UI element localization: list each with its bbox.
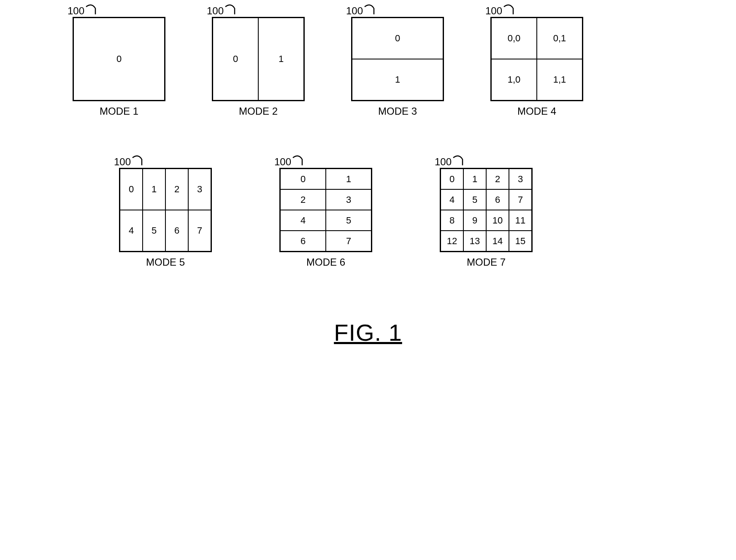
mode-3-grid: 0 1	[351, 17, 444, 101]
grid-cell: 0	[441, 169, 463, 189]
ref-number: 100	[346, 5, 363, 17]
grid-cell: 5	[326, 210, 371, 231]
leader-hook-icon	[365, 5, 377, 15]
grid-cell: 1,0	[491, 59, 537, 100]
leader-hook-icon	[225, 5, 238, 15]
ref-number: 100	[207, 5, 224, 17]
grid-cell: 0,1	[537, 18, 582, 59]
grid-cell: 10	[486, 210, 509, 231]
mode-5-block: 100 0 1 2 3 4 5 6 7 MODE 5	[119, 168, 212, 268]
ref-number: 100	[68, 5, 84, 17]
grid-cell: 1	[463, 169, 486, 189]
grid-cell: 6	[165, 210, 188, 251]
figure-1: 100 0 MODE 1 100 0 1 MODE 2	[73, 17, 663, 346]
grid-cell: 1	[258, 18, 304, 100]
grid-cell: 14	[486, 231, 509, 251]
grid-cell: 7	[188, 210, 211, 251]
mode-caption: MODE 3	[351, 105, 444, 117]
grid-cell: 13	[463, 231, 486, 251]
grid-cell: 15	[509, 231, 532, 251]
ref-label: 100	[274, 156, 306, 168]
grid-cell: 7	[509, 189, 532, 210]
leader-hook-icon	[133, 156, 145, 166]
mode-3-block: 100 0 1 MODE 3	[351, 17, 444, 117]
grid-cell: 3	[509, 169, 532, 189]
grid-cell: 0	[120, 169, 143, 210]
mode-6-grid: 0 1 2 3 4 5 6 7	[279, 168, 372, 252]
mode-4-grid: 0,0 0,1 1,0 1,1	[490, 17, 583, 101]
leader-hook-icon	[504, 5, 517, 15]
grid-cell: 9	[463, 210, 486, 231]
grid-cell: 0	[73, 18, 165, 100]
mode-7-grid: 0 1 2 3 4 5 6 7 8 9 10 11 12 13 14 15	[440, 168, 533, 252]
grid-cell: 3	[188, 169, 211, 210]
grid-cell: 0	[280, 169, 326, 189]
mode-1-grid: 0	[73, 17, 165, 101]
grid-cell: 5	[463, 189, 486, 210]
mode-caption: MODE 7	[440, 256, 533, 268]
grid-cell: 2	[165, 169, 188, 210]
grid-cell: 0	[352, 18, 443, 59]
grid-cell: 2	[280, 189, 326, 210]
grid-cell: 1,1	[537, 59, 582, 100]
ref-number: 100	[435, 156, 452, 168]
ref-number: 100	[274, 156, 291, 168]
grid-cell: 4	[120, 210, 143, 251]
mode-caption: MODE 2	[212, 105, 305, 117]
row-bottom: 100 0 1 2 3 4 5 6 7 MODE 5 100	[73, 168, 663, 268]
leader-hook-icon	[86, 5, 99, 15]
grid-cell: 1	[326, 169, 371, 189]
grid-cell: 7	[326, 231, 371, 251]
grid-cell: 6	[280, 231, 326, 251]
ref-label: 100	[68, 5, 99, 17]
mode-6-block: 100 0 1 2 3 4 5 6 7 MODE 6	[279, 168, 372, 268]
grid-cell: 3	[326, 189, 371, 210]
ref-label: 100	[346, 5, 377, 17]
grid-cell: 12	[441, 231, 463, 251]
grid-cell: 1	[352, 59, 443, 100]
ref-number: 100	[485, 5, 502, 17]
mode-caption: MODE 1	[73, 105, 165, 117]
grid-cell: 0	[213, 18, 258, 100]
mode-1-block: 100 0 MODE 1	[73, 17, 165, 117]
grid-cell: 6	[486, 189, 509, 210]
ref-label: 100	[207, 5, 238, 17]
mode-2-grid: 0 1	[212, 17, 305, 101]
grid-cell: 8	[441, 210, 463, 231]
mode-5-grid: 0 1 2 3 4 5 6 7	[119, 168, 212, 252]
ref-label: 100	[435, 156, 466, 168]
mode-2-block: 100 0 1 MODE 2	[212, 17, 305, 117]
ref-number: 100	[114, 156, 131, 168]
leader-hook-icon	[453, 156, 466, 166]
leader-hook-icon	[293, 156, 306, 166]
mode-4-block: 100 0,0 0,1 1,0 1,1 MODE 4	[490, 17, 583, 117]
grid-cell: 11	[509, 210, 532, 231]
ref-label: 100	[485, 5, 517, 17]
mode-caption: MODE 4	[490, 105, 583, 117]
grid-cell: 0,0	[491, 18, 537, 59]
mode-caption: MODE 6	[279, 256, 372, 268]
mode-caption: MODE 5	[119, 256, 212, 268]
grid-cell: 2	[486, 169, 509, 189]
grid-cell: 1	[143, 169, 165, 210]
grid-cell: 5	[143, 210, 165, 251]
mode-7-block: 100 0 1 2 3 4 5 6 7 8 9 10 11 12 13 1	[440, 168, 533, 268]
grid-cell: 4	[280, 210, 326, 231]
grid-cell: 4	[441, 189, 463, 210]
row-top: 100 0 MODE 1 100 0 1 MODE 2	[73, 17, 663, 117]
ref-label: 100	[114, 156, 145, 168]
figure-title: FIG. 1	[73, 319, 663, 346]
